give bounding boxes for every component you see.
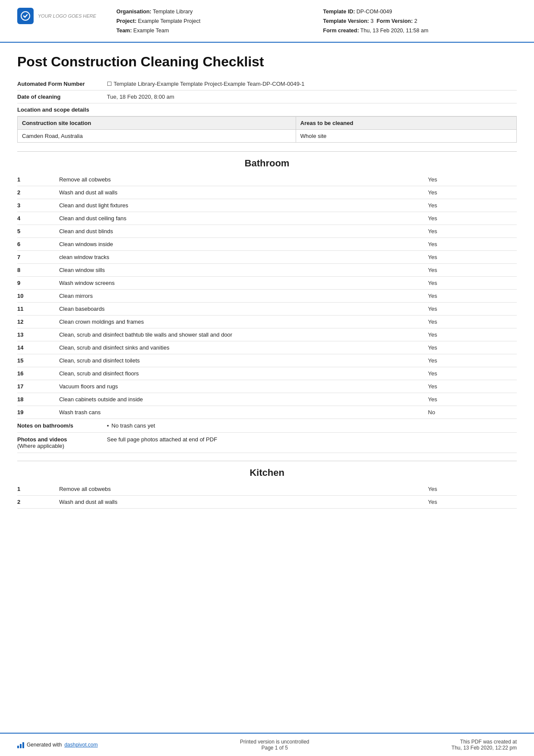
item-number: 1 — [17, 483, 56, 496]
item-description: Clean baseboards — [56, 303, 425, 316]
report-title: Post Construction Cleaning Checklist — [17, 54, 517, 70]
version-line: Template Version: 3 Form Version: 2 — [323, 17, 517, 25]
location-col-header: Construction site location — [18, 117, 296, 130]
item-number: 4 — [17, 212, 56, 225]
item-description: Clean and dust ceiling fans — [56, 212, 425, 225]
checklist-row: 7 clean window tracks Yes — [17, 251, 517, 264]
item-answer: Yes — [425, 367, 517, 380]
item-description: Clean, scrub and disinfect floors — [56, 367, 425, 380]
kitchen-checklist: 1 Remove all cobwebs Yes 2 Wash and dust… — [17, 483, 517, 509]
item-answer: Yes — [425, 199, 517, 212]
bathroom-notes-table: Notes on bathroom/s No trash cans yet Ph… — [17, 419, 517, 453]
header-meta: Organisation: Template Library Project: … — [116, 8, 517, 36]
item-answer: Yes — [425, 238, 517, 251]
checklist-row: 19 Wash trash cans No — [17, 406, 517, 419]
form-number-value: ☐ Template Library-Example Template Proj… — [103, 78, 517, 91]
item-answer: Yes — [425, 290, 517, 303]
date-value: Tue, 18 Feb 2020, 8:00 am — [103, 91, 517, 103]
item-number: 14 — [17, 341, 56, 354]
item-number: 6 — [17, 238, 56, 251]
item-description: Clean and dust blinds — [56, 225, 425, 238]
item-description: Wash trash cans — [56, 406, 425, 419]
item-answer: Yes — [425, 173, 517, 186]
item-description: Wash window screens — [56, 277, 425, 290]
generated-text: Generated with — [27, 742, 62, 748]
item-number: 12 — [17, 316, 56, 328]
checklist-row: 1 Remove all cobwebs Yes — [17, 483, 517, 496]
notes-row: Notes on bathroom/s No trash cans yet — [17, 419, 517, 433]
item-description: Clean windows inside — [56, 238, 425, 251]
checklist-row: 2 Wash and dust all walls Yes — [17, 186, 517, 199]
areas-value: Whole site — [296, 130, 516, 143]
item-number: 16 — [17, 367, 56, 380]
dashpivot-logo — [17, 741, 24, 748]
item-answer: Yes — [425, 316, 517, 328]
checklist-row: 11 Clean baseboards Yes — [17, 303, 517, 316]
location-grid-header: Construction site location Areas to be c… — [18, 117, 517, 130]
page: YOUR LOGO GOES HERE Organisation: Templa… — [0, 0, 534, 756]
footer: Generated with dashpivot.com Printed ver… — [0, 733, 534, 756]
item-description: Clean crown moldings and frames — [56, 316, 425, 328]
item-number: 18 — [17, 393, 56, 406]
footer-right: This PDF was created at Thu, 13 Feb 2020… — [452, 739, 517, 751]
checklist-row: 4 Clean and dust ceiling fans Yes — [17, 212, 517, 225]
item-number: 11 — [17, 303, 56, 316]
photos-value: See full page photos attached at end of … — [103, 433, 517, 453]
item-answer: Yes — [425, 393, 517, 406]
header-meta-left: Organisation: Template Library Project: … — [116, 8, 310, 36]
item-number: 13 — [17, 328, 56, 341]
item-answer: Yes — [425, 354, 517, 367]
item-description: Clean, scrub and disinfect sinks and van… — [56, 341, 425, 354]
checklist-row: 12 Clean crown moldings and frames Yes — [17, 316, 517, 328]
checklist-row: 6 Clean windows inside Yes — [17, 238, 517, 251]
item-answer: Yes — [425, 380, 517, 393]
checklist-row: 18 Clean cabinets outside and inside Yes — [17, 393, 517, 406]
location-scope-row: Location and scope details — [17, 103, 517, 116]
item-description: Clean and dust light fixtures — [56, 199, 425, 212]
dashpivot-link[interactable]: dashpivot.com — [64, 742, 97, 748]
item-answer: Yes — [425, 251, 517, 264]
item-description: Remove all cobwebs — [56, 483, 425, 496]
footer-center: Printed version is uncontrolled Page 1 o… — [240, 739, 309, 751]
item-description: Remove all cobwebs — [56, 173, 425, 186]
item-description: Wash and dust all walls — [56, 186, 425, 199]
notes-bullet: No trash cans yet — [107, 422, 513, 429]
item-number: 15 — [17, 354, 56, 367]
item-description: Wash and dust all walls — [56, 496, 425, 509]
item-description: Clean, scrub and disinfect toilets — [56, 354, 425, 367]
location-grid: Construction site location Areas to be c… — [17, 116, 517, 143]
item-description: clean window tracks — [56, 251, 425, 264]
checklist-row: 1 Remove all cobwebs Yes — [17, 173, 517, 186]
checklist-row: 9 Wash window screens Yes — [17, 277, 517, 290]
location-scope-label: Location and scope details — [17, 103, 103, 116]
logo-text: YOUR LOGO GOES HERE — [38, 13, 96, 19]
checklist-row: 16 Clean, scrub and disinfect floors Yes — [17, 367, 517, 380]
item-answer: Yes — [425, 212, 517, 225]
item-number: 17 — [17, 380, 56, 393]
item-number: 10 — [17, 290, 56, 303]
header: YOUR LOGO GOES HERE Organisation: Templa… — [0, 0, 534, 43]
header-meta-right: Template ID: DP-COM-0049 Template Versio… — [323, 8, 517, 36]
item-answer: Yes — [425, 264, 517, 277]
item-description: Clean window sills — [56, 264, 425, 277]
item-number: 2 — [17, 186, 56, 199]
checklist-row: 8 Clean window sills Yes — [17, 264, 517, 277]
item-number: 19 — [17, 406, 56, 419]
location-grid-row: Camden Road, Australia Whole site — [18, 130, 517, 143]
organisation-line: Organisation: Template Library — [116, 8, 310, 16]
main-content: Post Construction Cleaning Checklist Aut… — [0, 43, 534, 733]
item-answer: Yes — [425, 186, 517, 199]
item-answer: No — [425, 406, 517, 419]
date-row: Date of cleaning Tue, 18 Feb 2020, 8:00 … — [17, 91, 517, 103]
item-answer: Yes — [425, 341, 517, 354]
item-number: 5 — [17, 225, 56, 238]
item-answer: Yes — [425, 496, 517, 509]
item-answer: Yes — [425, 303, 517, 316]
form-created-line: Form created: Thu, 13 Feb 2020, 11:58 am — [323, 27, 517, 35]
location-value: Camden Road, Australia — [18, 130, 296, 143]
item-number: 9 — [17, 277, 56, 290]
form-number-row: Automated Form Number ☐ Template Library… — [17, 78, 517, 91]
checklist-row: 15 Clean, scrub and disinfect toilets Ye… — [17, 354, 517, 367]
checklist-row: 14 Clean, scrub and disinfect sinks and … — [17, 341, 517, 354]
item-number: 1 — [17, 173, 56, 186]
